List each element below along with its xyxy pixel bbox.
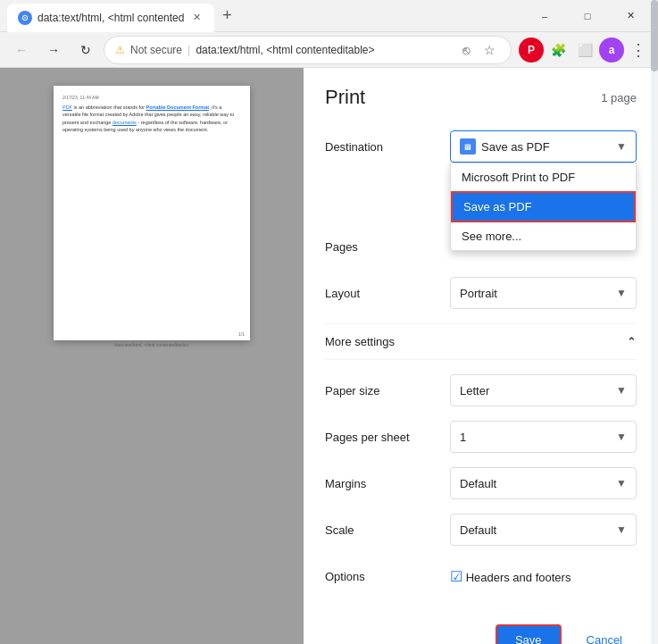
title-bar: ⊙ data:text/html, <html contented ✕ + – … bbox=[0, 0, 658, 32]
options-checkbox-icon: ☑ bbox=[450, 569, 462, 584]
page-preview: 2/17/23, 11:44 AM PDF is an abbreviation… bbox=[54, 86, 250, 340]
page-number: 1/1 bbox=[238, 331, 245, 337]
more-settings-row[interactable]: More settings ⌃ bbox=[325, 323, 637, 360]
layout-arrow-icon: ▼ bbox=[616, 287, 627, 299]
tab-favicon: ⊙ bbox=[18, 11, 32, 25]
preview-footer: data:text/html, <html contenteditable> bbox=[54, 342, 250, 347]
cancel-button[interactable]: Cancel bbox=[572, 626, 637, 644]
scrollbar-thumb[interactable] bbox=[651, 68, 658, 71]
layout-value: Portrait bbox=[460, 287, 497, 300]
paper-size-label: Paper size bbox=[325, 384, 450, 397]
scale-dropdown[interactable]: Default ▼ bbox=[450, 514, 637, 546]
close-button[interactable]: ✕ bbox=[610, 2, 651, 30]
extensions-icon[interactable]: 🧩 bbox=[546, 38, 571, 63]
scale-row: Scale Default ▼ bbox=[325, 514, 637, 546]
page-count: 1 page bbox=[601, 91, 637, 105]
address-bar[interactable]: ⚠ Not secure | data:text/html, <html con… bbox=[104, 36, 512, 64]
destination-wrapper: ▤ Save as PDF ▼ Microsoft Print to PDF S… bbox=[450, 130, 637, 163]
options-row: Options ☑ Headers and footers bbox=[325, 560, 637, 592]
scale-arrow-icon: ▼ bbox=[616, 523, 627, 536]
maximize-button[interactable]: □ bbox=[567, 2, 608, 30]
scrollbar-track[interactable] bbox=[651, 68, 658, 644]
scale-label: Scale bbox=[325, 523, 450, 537]
active-tab[interactable]: ⊙ data:text/html, <html contented ✕ bbox=[7, 4, 214, 32]
pages-per-sheet-value: 1 bbox=[460, 431, 466, 444]
preview-header: 2/17/23, 11:44 AM bbox=[62, 95, 241, 100]
print-header: Print 1 page bbox=[325, 86, 637, 109]
scale-value: Default bbox=[460, 523, 496, 537]
chrome-menu-button[interactable]: ⋮ bbox=[626, 38, 651, 63]
pages-per-sheet-arrow-icon: ▼ bbox=[616, 431, 627, 443]
headers-footers-label: Headers and footers bbox=[466, 571, 571, 584]
security-icon: ⚠ bbox=[115, 44, 125, 56]
share-button[interactable]: ⎋ bbox=[455, 39, 477, 61]
layout-label: Layout bbox=[325, 287, 450, 300]
not-secure-label: Not secure bbox=[130, 44, 182, 56]
pages-label: Pages bbox=[325, 240, 450, 254]
paper-size-row: Paper size Letter ▼ bbox=[325, 374, 637, 406]
address-actions: ⎋ ☆ bbox=[455, 39, 500, 61]
margins-row: Margins Default ▼ bbox=[325, 467, 637, 499]
new-tab-button[interactable]: + bbox=[214, 4, 239, 29]
pdf-icon: ▤ bbox=[460, 138, 476, 155]
option-save-as-pdf[interactable]: Save as PDF bbox=[451, 191, 636, 222]
destination-value: ▤ Save as PDF bbox=[460, 138, 550, 155]
options-label: Options bbox=[325, 570, 450, 583]
back-button[interactable]: ← bbox=[7, 36, 36, 64]
option-microsoft-pdf-label: Microsoft Print to PDF bbox=[462, 171, 575, 184]
address-separator: | bbox=[187, 43, 190, 56]
margins-dropdown[interactable]: Default ▼ bbox=[450, 467, 637, 499]
user-avatar[interactable]: a bbox=[599, 38, 624, 63]
more-settings-chevron-icon: ⌃ bbox=[627, 335, 637, 348]
destination-label: Destination bbox=[325, 140, 450, 154]
option-see-more[interactable]: See more... bbox=[451, 222, 636, 250]
tab-title: data:text/html, <html contented bbox=[37, 12, 184, 24]
destination-dropdown[interactable]: ▤ Save as PDF ▼ bbox=[450, 130, 637, 163]
destination-row: Destination ▤ Save as PDF ▼ Microsoft Pr… bbox=[325, 130, 637, 163]
destination-arrow-icon: ▼ bbox=[616, 140, 627, 153]
pages-per-sheet-label: Pages per sheet bbox=[325, 431, 450, 444]
pinterest-icon[interactable]: P bbox=[519, 38, 544, 63]
option-see-more-label: See more... bbox=[462, 230, 521, 243]
pages-per-sheet-row: Pages per sheet 1 ▼ bbox=[325, 421, 637, 453]
forward-button[interactable]: → bbox=[39, 36, 68, 64]
margins-value: Default bbox=[460, 477, 496, 490]
layout-dropdown[interactable]: Portrait ▼ bbox=[450, 277, 637, 309]
paper-size-dropdown[interactable]: Letter ▼ bbox=[450, 374, 637, 406]
main-content: 2/17/23, 11:44 AM PDF is an abbreviation… bbox=[0, 68, 658, 644]
option-save-as-pdf-label: Save as PDF bbox=[463, 200, 532, 213]
print-footer: Save Cancel bbox=[325, 606, 637, 644]
preview-body: PDF is an abbreviation that stands for P… bbox=[62, 104, 241, 133]
margins-arrow-icon: ▼ bbox=[616, 477, 627, 489]
favicon-letter: ⊙ bbox=[21, 13, 29, 22]
preview-text-content: PDF is an abbreviation that stands for P… bbox=[62, 105, 234, 132]
save-button[interactable]: Save bbox=[496, 624, 562, 644]
address-text: data:text/html, <html contenteditable> bbox=[196, 44, 374, 56]
destination-text: Save as PDF bbox=[481, 140, 550, 154]
destination-menu: Microsoft Print to PDF Save as PDF See m… bbox=[450, 163, 637, 251]
option-microsoft-pdf[interactable]: Microsoft Print to PDF bbox=[451, 163, 636, 191]
pages-per-sheet-dropdown[interactable]: 1 ▼ bbox=[450, 421, 637, 453]
margins-label: Margins bbox=[325, 477, 450, 490]
options-control: ☑ Headers and footers bbox=[450, 568, 637, 585]
more-settings-label: More settings bbox=[325, 335, 395, 348]
chrome-cast-icon[interactable]: ⬜ bbox=[572, 38, 597, 63]
reload-button[interactable]: ↻ bbox=[71, 36, 100, 64]
tab-close-button[interactable]: ✕ bbox=[189, 11, 204, 25]
paper-size-value: Letter bbox=[460, 384, 489, 397]
navigation-bar: ← → ↻ ⚠ Not secure | data:text/html, <ht… bbox=[0, 32, 658, 68]
paper-size-arrow-icon: ▼ bbox=[616, 384, 627, 397]
minimize-button[interactable]: – bbox=[524, 2, 565, 30]
tab-area: ⊙ data:text/html, <html contented ✕ + bbox=[7, 0, 521, 31]
preview-area: 2/17/23, 11:44 AM PDF is an abbreviation… bbox=[0, 68, 304, 644]
extension-icons: P 🧩 ⬜ a ⋮ bbox=[519, 38, 651, 63]
layout-row: Layout Portrait ▼ bbox=[325, 277, 637, 309]
bookmark-button[interactable]: ☆ bbox=[479, 39, 500, 61]
print-title: Print bbox=[325, 86, 365, 109]
window-controls: – □ ✕ bbox=[524, 2, 651, 30]
print-panel: Print 1 page Destination ▤ Save as PDF ▼… bbox=[304, 68, 658, 644]
